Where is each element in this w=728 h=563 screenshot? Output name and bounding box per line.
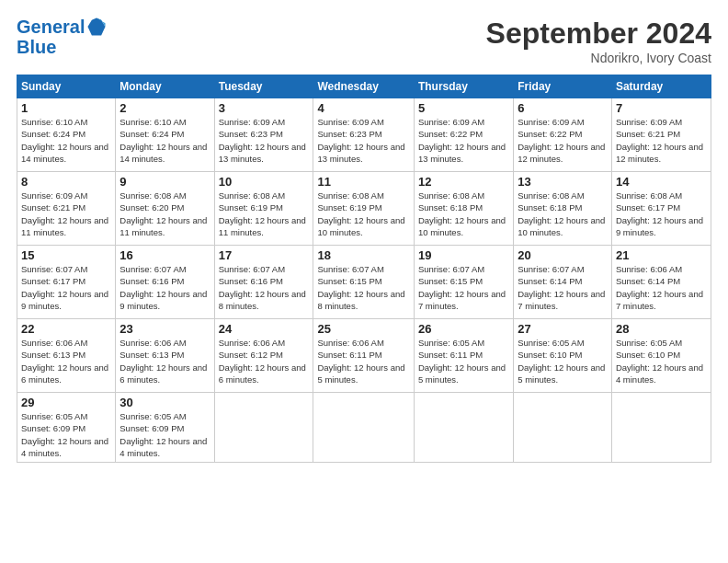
day-number: 20 bbox=[518, 248, 608, 262]
day-number: 30 bbox=[119, 396, 210, 409]
day-cell-20: 20 Sunrise: 6:07 AMSunset: 6:14 PMDaylig… bbox=[514, 246, 612, 319]
day-info: Sunrise: 6:07 AMSunset: 6:16 PMDaylight:… bbox=[219, 264, 306, 311]
location: Ndorikro, Ivory Coast bbox=[486, 51, 711, 65]
week-row-3: 15 Sunrise: 6:07 AMSunset: 6:17 PMDaylig… bbox=[17, 246, 711, 319]
day-number: 11 bbox=[317, 175, 409, 189]
day-info: Sunrise: 6:08 AMSunset: 6:18 PMDaylight:… bbox=[418, 190, 506, 237]
day-cell-4: 4 Sunrise: 6:09 AMSunset: 6:23 PMDayligh… bbox=[313, 98, 414, 172]
day-cell-26: 26 Sunrise: 6:05 AMSunset: 6:11 PMDaylig… bbox=[414, 319, 513, 393]
day-cell-11: 11 Sunrise: 6:08 AMSunset: 6:19 PMDaylig… bbox=[313, 172, 414, 246]
day-cell-13: 13 Sunrise: 6:08 AMSunset: 6:18 PMDaylig… bbox=[514, 172, 612, 246]
day-info: Sunrise: 6:07 AMSunset: 6:15 PMDaylight:… bbox=[317, 264, 404, 311]
day-number: 19 bbox=[418, 248, 509, 262]
day-number: 10 bbox=[219, 175, 310, 189]
logo-text: General bbox=[17, 17, 85, 37]
day-number: 4 bbox=[317, 101, 409, 115]
day-cell-29: 29 Sunrise: 6:05 AMSunset: 6:09 PMDaylig… bbox=[17, 393, 116, 463]
col-saturday: Saturday bbox=[611, 75, 711, 98]
day-info: Sunrise: 6:10 AMSunset: 6:24 PMDaylight:… bbox=[21, 117, 108, 164]
logo-blue: Blue bbox=[17, 37, 56, 58]
day-number: 9 bbox=[119, 175, 210, 189]
day-number: 2 bbox=[119, 101, 210, 115]
col-tuesday: Tuesday bbox=[214, 75, 313, 98]
day-number: 3 bbox=[219, 101, 310, 115]
day-number: 27 bbox=[518, 322, 608, 336]
week-row-2: 8 Sunrise: 6:09 AMSunset: 6:21 PMDayligh… bbox=[17, 172, 711, 246]
calendar-header-row: Sunday Monday Tuesday Wednesday Thursday… bbox=[17, 75, 711, 98]
day-cell-18: 18 Sunrise: 6:07 AMSunset: 6:15 PMDaylig… bbox=[313, 246, 414, 319]
day-number: 8 bbox=[21, 175, 111, 189]
day-number: 15 bbox=[21, 248, 111, 262]
day-number: 13 bbox=[518, 175, 608, 189]
day-number: 17 bbox=[219, 248, 310, 262]
day-info: Sunrise: 6:06 AMSunset: 6:12 PMDaylight:… bbox=[219, 338, 306, 385]
day-number: 7 bbox=[616, 101, 707, 115]
day-cell-9: 9 Sunrise: 6:08 AMSunset: 6:20 PMDayligh… bbox=[116, 172, 214, 246]
day-cell-16: 16 Sunrise: 6:07 AMSunset: 6:16 PMDaylig… bbox=[116, 246, 214, 319]
day-number: 12 bbox=[418, 175, 509, 189]
day-cell-14: 14 Sunrise: 6:08 AMSunset: 6:17 PMDaylig… bbox=[611, 172, 711, 246]
day-cell-5: 5 Sunrise: 6:09 AMSunset: 6:22 PMDayligh… bbox=[414, 98, 513, 172]
week-row-5: 29 Sunrise: 6:05 AMSunset: 6:09 PMDaylig… bbox=[17, 393, 711, 463]
week-row-1: 1 Sunrise: 6:10 AMSunset: 6:24 PMDayligh… bbox=[17, 98, 711, 172]
day-number: 16 bbox=[119, 248, 210, 262]
col-wednesday: Wednesday bbox=[313, 75, 414, 98]
empty-cell bbox=[414, 393, 513, 463]
day-cell-12: 12 Sunrise: 6:08 AMSunset: 6:18 PMDaylig… bbox=[414, 172, 513, 246]
day-cell-7: 7 Sunrise: 6:09 AMSunset: 6:21 PMDayligh… bbox=[611, 98, 711, 172]
day-number: 28 bbox=[616, 322, 707, 336]
day-info: Sunrise: 6:07 AMSunset: 6:16 PMDaylight:… bbox=[119, 264, 207, 311]
empty-cell bbox=[514, 393, 612, 463]
day-cell-28: 28 Sunrise: 6:05 AMSunset: 6:10 PMDaylig… bbox=[611, 319, 711, 393]
day-cell-21: 21 Sunrise: 6:06 AMSunset: 6:14 PMDaylig… bbox=[611, 246, 711, 319]
day-cell-10: 10 Sunrise: 6:08 AMSunset: 6:19 PMDaylig… bbox=[214, 172, 313, 246]
day-number: 22 bbox=[21, 322, 111, 336]
day-number: 18 bbox=[317, 248, 409, 262]
day-number: 5 bbox=[418, 101, 509, 115]
day-cell-1: 1 Sunrise: 6:10 AMSunset: 6:24 PMDayligh… bbox=[17, 98, 116, 172]
calendar-table: Sunday Monday Tuesday Wednesday Thursday… bbox=[17, 75, 711, 463]
week-row-4: 22 Sunrise: 6:06 AMSunset: 6:13 PMDaylig… bbox=[17, 319, 711, 393]
day-number: 21 bbox=[616, 248, 707, 262]
day-info: Sunrise: 6:05 AMSunset: 6:10 PMDaylight:… bbox=[518, 338, 605, 385]
day-number: 25 bbox=[317, 322, 409, 336]
day-cell-8: 8 Sunrise: 6:09 AMSunset: 6:21 PMDayligh… bbox=[17, 172, 116, 246]
day-info: Sunrise: 6:05 AMSunset: 6:09 PMDaylight:… bbox=[21, 411, 108, 458]
day-info: Sunrise: 6:09 AMSunset: 6:23 PMDaylight:… bbox=[219, 117, 306, 164]
day-cell-6: 6 Sunrise: 6:09 AMSunset: 6:22 PMDayligh… bbox=[514, 98, 612, 172]
day-info: Sunrise: 6:09 AMSunset: 6:21 PMDaylight:… bbox=[21, 190, 108, 237]
day-info: Sunrise: 6:06 AMSunset: 6:14 PMDaylight:… bbox=[616, 264, 703, 311]
day-cell-15: 15 Sunrise: 6:07 AMSunset: 6:17 PMDaylig… bbox=[17, 246, 116, 319]
page: General Blue September 2024 Ndorikro, Iv… bbox=[0, 0, 728, 472]
day-info: Sunrise: 6:07 AMSunset: 6:14 PMDaylight:… bbox=[518, 264, 605, 311]
day-info: Sunrise: 6:08 AMSunset: 6:19 PMDaylight:… bbox=[219, 190, 306, 237]
svg-marker-0 bbox=[88, 17, 106, 35]
empty-cell bbox=[214, 393, 313, 463]
col-monday: Monday bbox=[116, 75, 214, 98]
day-info: Sunrise: 6:05 AMSunset: 6:11 PMDaylight:… bbox=[418, 338, 506, 385]
day-cell-17: 17 Sunrise: 6:07 AMSunset: 6:16 PMDaylig… bbox=[214, 246, 313, 319]
day-number: 1 bbox=[21, 101, 111, 115]
day-cell-2: 2 Sunrise: 6:10 AMSunset: 6:24 PMDayligh… bbox=[116, 98, 214, 172]
col-thursday: Thursday bbox=[414, 75, 513, 98]
day-info: Sunrise: 6:06 AMSunset: 6:13 PMDaylight:… bbox=[119, 338, 207, 385]
logo: General Blue bbox=[17, 17, 107, 58]
day-info: Sunrise: 6:06 AMSunset: 6:11 PMDaylight:… bbox=[317, 338, 404, 385]
day-cell-22: 22 Sunrise: 6:06 AMSunset: 6:13 PMDaylig… bbox=[17, 319, 116, 393]
day-number: 29 bbox=[21, 396, 111, 409]
day-cell-30: 30 Sunrise: 6:05 AMSunset: 6:09 PMDaylig… bbox=[116, 393, 214, 463]
day-cell-23: 23 Sunrise: 6:06 AMSunset: 6:13 PMDaylig… bbox=[116, 319, 214, 393]
logo-icon bbox=[86, 17, 107, 37]
day-number: 23 bbox=[119, 322, 210, 336]
day-info: Sunrise: 6:07 AMSunset: 6:17 PMDaylight:… bbox=[21, 264, 108, 311]
col-friday: Friday bbox=[514, 75, 612, 98]
day-info: Sunrise: 6:08 AMSunset: 6:20 PMDaylight:… bbox=[119, 190, 207, 237]
day-cell-24: 24 Sunrise: 6:06 AMSunset: 6:12 PMDaylig… bbox=[214, 319, 313, 393]
day-cell-3: 3 Sunrise: 6:09 AMSunset: 6:23 PMDayligh… bbox=[214, 98, 313, 172]
day-number: 26 bbox=[418, 322, 509, 336]
day-info: Sunrise: 6:10 AMSunset: 6:24 PMDaylight:… bbox=[119, 117, 207, 164]
day-cell-19: 19 Sunrise: 6:07 AMSunset: 6:15 PMDaylig… bbox=[414, 246, 513, 319]
logo-general: General bbox=[17, 17, 85, 37]
empty-cell bbox=[611, 393, 711, 463]
day-cell-27: 27 Sunrise: 6:05 AMSunset: 6:10 PMDaylig… bbox=[514, 319, 612, 393]
